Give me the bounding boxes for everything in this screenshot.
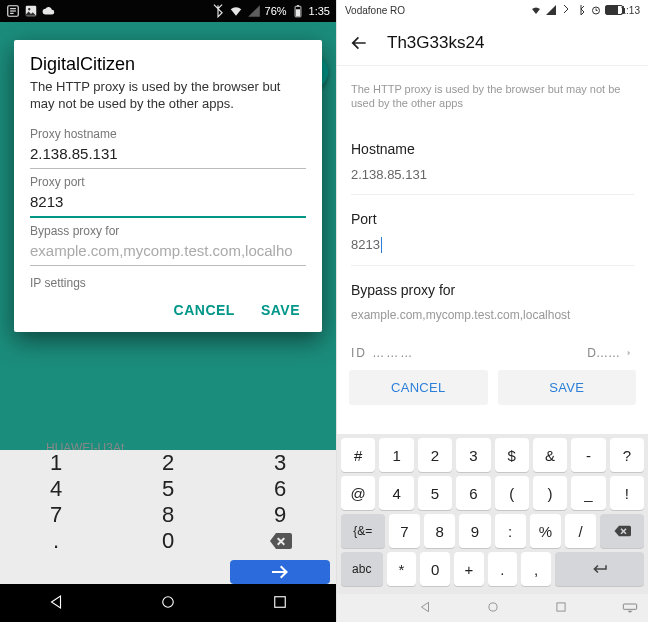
key-9[interactable]: 9 bbox=[224, 502, 336, 528]
battery-icon bbox=[291, 4, 305, 18]
key-star[interactable]: * bbox=[387, 552, 417, 586]
android-nav-bar bbox=[0, 584, 336, 622]
key-hash[interactable]: # bbox=[341, 438, 375, 472]
bypass-label: Bypass proxy for bbox=[30, 224, 306, 238]
page-title: Th3G33ks24 bbox=[387, 33, 484, 53]
back-arrow-icon[interactable] bbox=[349, 33, 369, 53]
save-button[interactable]: SAVE bbox=[261, 302, 300, 318]
key-dollar[interactable]: $ bbox=[495, 438, 529, 472]
key-amp[interactable]: & bbox=[533, 438, 567, 472]
key-colon[interactable]: : bbox=[495, 514, 526, 548]
svg-rect-8 bbox=[296, 5, 298, 6]
carrier-label: Vodafone RO bbox=[345, 5, 405, 16]
bypass-input[interactable]: example.com,mycomp.test.com,localhost bbox=[351, 308, 634, 334]
ip-settings-label[interactable]: IP settings bbox=[30, 276, 306, 290]
key-4[interactable]: 4 bbox=[0, 476, 112, 502]
cancel-button[interactable]: CANCEL bbox=[174, 302, 235, 318]
key-5[interactable]: 5 bbox=[112, 476, 224, 502]
proxy-description: The HTTP proxy is used by the browser bu… bbox=[351, 76, 634, 125]
key-slash[interactable]: / bbox=[565, 514, 596, 548]
key-2[interactable]: 2 bbox=[112, 450, 224, 476]
port-input[interactable] bbox=[30, 189, 306, 218]
key-1[interactable]: 1 bbox=[379, 438, 413, 472]
key-5[interactable]: 5 bbox=[418, 476, 452, 510]
wifi-icon bbox=[530, 4, 542, 16]
key-underscore[interactable]: _ bbox=[571, 476, 605, 510]
proxy-dialog: DigitalCitizen The HTTP proxy is used by… bbox=[14, 40, 322, 332]
nav-back[interactable] bbox=[418, 600, 432, 617]
key-backspace[interactable] bbox=[224, 528, 336, 554]
nav-home[interactable] bbox=[486, 600, 500, 617]
key-3[interactable]: 3 bbox=[456, 438, 490, 472]
key-abc[interactable]: abc bbox=[341, 552, 383, 586]
key-go[interactable] bbox=[230, 560, 330, 584]
key-4[interactable]: 4 bbox=[379, 476, 413, 510]
key-dot[interactable]: . bbox=[0, 528, 112, 554]
bypass-input[interactable] bbox=[30, 238, 306, 266]
key-plus[interactable]: + bbox=[454, 552, 484, 586]
cancel-button[interactable]: CANCEL bbox=[349, 370, 488, 405]
hostname-label: Hostname bbox=[351, 141, 634, 157]
svg-rect-14 bbox=[623, 604, 636, 609]
nav-home[interactable] bbox=[159, 593, 177, 614]
port-input[interactable]: 8213 bbox=[351, 237, 634, 266]
key-dash[interactable]: - bbox=[571, 438, 605, 472]
svg-rect-13 bbox=[556, 602, 564, 610]
key-2[interactable]: 2 bbox=[418, 438, 452, 472]
phone-emui: Vodafone RO 79 1:13 Th3G33ks24 The HTTP … bbox=[336, 0, 648, 622]
key-at[interactable]: @ bbox=[341, 476, 375, 510]
key-6[interactable]: 6 bbox=[224, 476, 336, 502]
battery-icon bbox=[605, 5, 623, 15]
svg-point-12 bbox=[488, 602, 496, 610]
ip-settings-row[interactable]: ID ……… D…… bbox=[351, 334, 634, 360]
key-lparen[interactable]: ( bbox=[495, 476, 529, 510]
key-return[interactable] bbox=[555, 552, 644, 586]
svg-rect-7 bbox=[296, 9, 300, 16]
save-button[interactable]: SAVE bbox=[498, 370, 637, 405]
port-label: Proxy port bbox=[30, 175, 306, 189]
dialog-title: DigitalCitizen bbox=[30, 54, 306, 75]
key-excl[interactable]: ! bbox=[610, 476, 644, 510]
hide-keyboard[interactable] bbox=[622, 601, 638, 616]
svg-point-5 bbox=[28, 8, 30, 10]
hostname-label: Proxy hostname bbox=[30, 127, 306, 141]
key-7[interactable]: 7 bbox=[389, 514, 420, 548]
wifi-icon bbox=[229, 4, 243, 18]
key-period[interactable]: . bbox=[488, 552, 518, 586]
key-8[interactable]: 8 bbox=[112, 502, 224, 528]
key-rparen[interactable]: ) bbox=[533, 476, 567, 510]
svg-rect-1 bbox=[10, 8, 16, 9]
key-comma[interactable]: , bbox=[521, 552, 551, 586]
cloud-icon bbox=[42, 4, 56, 18]
key-3[interactable]: 3 bbox=[224, 450, 336, 476]
key-7[interactable]: 7 bbox=[0, 502, 112, 528]
nav-back[interactable] bbox=[47, 593, 65, 614]
status-bar: Vodafone RO 79 1:13 bbox=[337, 0, 648, 20]
svg-point-9 bbox=[163, 596, 174, 607]
android-nav-bar bbox=[337, 594, 648, 622]
key-6[interactable]: 6 bbox=[456, 476, 490, 510]
svg-rect-10 bbox=[275, 596, 286, 607]
hostname-input[interactable]: 2.138.85.131 bbox=[351, 167, 634, 195]
key-9[interactable]: 9 bbox=[459, 514, 490, 548]
key-percent[interactable]: % bbox=[530, 514, 561, 548]
battery-pct: 76% bbox=[265, 5, 287, 17]
nav-recents[interactable] bbox=[554, 600, 568, 617]
text-cursor bbox=[381, 237, 383, 253]
notif-icon bbox=[6, 4, 20, 18]
vibrate-icon bbox=[560, 4, 572, 16]
key-0[interactable]: 0 bbox=[112, 528, 224, 554]
key-1[interactable]: 1 bbox=[0, 450, 112, 476]
status-bar: 76% 1:35 bbox=[0, 0, 336, 22]
key-qmark[interactable]: ? bbox=[610, 438, 644, 472]
svg-rect-2 bbox=[10, 10, 16, 11]
key-backspace[interactable] bbox=[600, 514, 644, 548]
nav-recents[interactable] bbox=[271, 593, 289, 614]
hostname-input[interactable] bbox=[30, 141, 306, 169]
key-more-symbols[interactable]: {&= bbox=[341, 514, 385, 548]
bluetooth-icon bbox=[211, 4, 225, 18]
key-0[interactable]: 0 bbox=[420, 552, 450, 586]
port-label: Port bbox=[351, 211, 634, 227]
key-8[interactable]: 8 bbox=[424, 514, 455, 548]
alarm-icon bbox=[590, 4, 602, 16]
